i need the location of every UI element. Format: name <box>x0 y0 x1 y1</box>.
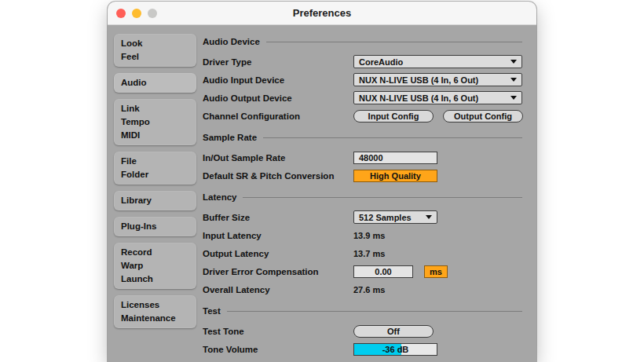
buffer-size-select[interactable]: 512 Samples <box>353 210 437 224</box>
close-button[interactable] <box>116 9 126 18</box>
channel-configuration-label: Channel Configuration <box>203 112 353 121</box>
buffer-size-value: 512 Samples <box>359 213 412 222</box>
overall-latency-label: Overall Latency <box>203 285 353 294</box>
audio-input-device-row: Audio Input Device NUX N-LIVE USB (4 In,… <box>203 71 522 89</box>
tab-label: Tempo <box>121 115 189 129</box>
audio-output-device-label: Audio Output Device <box>203 93 353 103</box>
audio-input-device-select[interactable]: NUX N-LIVE USB (4 In, 6 Out) <box>353 73 522 86</box>
audio-output-device-row: Audio Output Device NUX N-LIVE USB (4 In… <box>203 89 522 107</box>
audio-output-device-value: NUX N-LIVE USB (4 In, 6 Out) <box>359 93 478 103</box>
tab-label: Library <box>121 194 189 207</box>
sr-conversion-label: Default SR & Pitch Conversion <box>203 171 353 181</box>
preferences-window: Preferences Look Feel Audio Link Tempo M… <box>108 2 536 362</box>
output-latency-label: Output Latency <box>203 249 353 258</box>
section-header-audio-device: Audio Device <box>203 37 522 46</box>
input-latency-label: Input Latency <box>203 231 353 240</box>
sidebar: Look Feel Audio Link Tempo MIDI File Fol… <box>114 31 196 362</box>
chevron-down-icon <box>510 60 517 64</box>
section-header-sample-rate: Sample Rate <box>203 133 522 142</box>
window-title: Preferences <box>108 7 536 19</box>
driver-type-select[interactable]: CoreAudio <box>353 55 522 68</box>
tab-label: Licenses <box>121 298 189 312</box>
sidebar-tab-licenses-maintenance[interactable]: Licenses Maintenance <box>114 295 196 328</box>
output-config-button[interactable]: Output Config <box>443 110 523 122</box>
test-tone-row: Test Tone Off <box>203 322 522 340</box>
chevron-down-icon <box>510 96 517 100</box>
tab-label: Record <box>121 246 189 259</box>
driver-error-compensation-field[interactable]: 0.00 <box>353 265 413 278</box>
driver-error-compensation-label: Driver Error Compensation <box>203 267 353 276</box>
input-latency-row: Input Latency 13.9 ms <box>203 226 522 244</box>
preferences-body: Look Feel Audio Link Tempo MIDI File Fol… <box>108 25 536 362</box>
tone-volume-label: Tone Volume <box>203 345 353 354</box>
buffer-size-row: Buffer Size 512 Samples <box>203 208 522 226</box>
sidebar-tab-plug-ins[interactable]: Plug-Ins <box>114 217 196 236</box>
high-quality-button[interactable]: High Quality <box>353 170 437 182</box>
tab-label: MIDI <box>121 129 189 142</box>
sidebar-tab-library[interactable]: Library <box>114 191 196 210</box>
section-title: Test <box>203 306 221 316</box>
buffer-size-label: Buffer Size <box>203 213 353 222</box>
tab-label: Folder <box>121 168 189 181</box>
audio-output-device-select[interactable]: NUX N-LIVE USB (4 In, 6 Out) <box>353 91 522 104</box>
tab-label: Launch <box>121 272 189 286</box>
sidebar-tab-audio[interactable]: Audio <box>114 73 196 93</box>
tab-label: Audio <box>121 76 189 90</box>
driver-type-label: Driver Type <box>203 57 353 67</box>
driver-type-value: CoreAudio <box>359 57 403 67</box>
minimize-button[interactable] <box>132 9 141 18</box>
audio-input-device-label: Audio Input Device <box>203 75 353 85</box>
tab-label: Warp <box>121 259 189 272</box>
section-divider <box>263 137 522 138</box>
channel-configuration-row: Channel Configuration Input Config Outpu… <box>203 107 522 125</box>
sample-rate-row: In/Out Sample Rate 48000 <box>203 148 522 166</box>
titlebar[interactable]: Preferences <box>108 2 536 25</box>
tone-volume-value: -36 dB <box>354 344 437 355</box>
section-divider <box>243 197 522 198</box>
sidebar-tab-link-tempo-midi[interactable]: Link Tempo MIDI <box>114 99 196 145</box>
test-tone-button[interactable]: Off <box>353 325 434 338</box>
section-header-latency: Latency <box>203 192 522 202</box>
sr-conversion-row: Default SR & Pitch Conversion High Quali… <box>203 166 522 185</box>
sample-rate-label: In/Out Sample Rate <box>203 153 353 163</box>
settings-panel: Audio Device Driver Type CoreAudio Audio… <box>203 31 530 362</box>
section-title: Sample Rate <box>203 133 257 142</box>
sidebar-tab-record-warp-launch[interactable]: Record Warp Launch <box>114 243 196 289</box>
sample-rate-field[interactable]: 48000 <box>353 152 437 164</box>
test-tone-label: Test Tone <box>203 327 353 336</box>
input-latency-value: 13.9 ms <box>353 231 385 240</box>
section-title: Latency <box>203 192 236 202</box>
overall-latency-value: 27.6 ms <box>353 285 385 294</box>
chevron-down-icon <box>510 78 517 82</box>
driver-type-row: Driver Type CoreAudio <box>203 53 522 71</box>
chevron-down-icon <box>426 215 432 219</box>
traffic-lights <box>116 2 157 25</box>
section-title: Audio Device <box>203 37 260 46</box>
tab-label: Feel <box>121 50 189 64</box>
section-header-test: Test <box>203 306 522 316</box>
output-latency-value: 13.7 ms <box>353 249 385 258</box>
tab-label: Look <box>121 37 189 50</box>
ms-unit-badge: ms <box>424 265 448 278</box>
input-config-button[interactable]: Input Config <box>353 110 434 122</box>
tone-volume-slider[interactable]: -36 dB <box>353 343 437 356</box>
tab-label: Plug-Ins <box>121 220 189 233</box>
tab-label: Maintenance <box>121 312 189 325</box>
overall-latency-row: Overall Latency 27.6 ms <box>203 280 522 298</box>
section-divider <box>266 42 522 42</box>
tab-label: File <box>121 155 189 168</box>
zoom-button[interactable] <box>148 9 157 18</box>
output-latency-row: Output Latency 13.7 ms <box>203 244 522 262</box>
audio-input-device-value: NUX N-LIVE USB (4 In, 6 Out) <box>359 75 478 85</box>
tone-volume-row: Tone Volume -36 dB <box>203 340 522 358</box>
driver-error-compensation-row: Driver Error Compensation 0.00 ms <box>203 262 522 280</box>
screen: Preferences Look Feel Audio Link Tempo M… <box>0 0 644 362</box>
sidebar-tab-file-folder[interactable]: File Folder <box>114 152 196 185</box>
tab-label: Link <box>121 102 189 115</box>
sidebar-tab-look-feel[interactable]: Look Feel <box>114 34 196 67</box>
section-divider <box>227 311 522 312</box>
